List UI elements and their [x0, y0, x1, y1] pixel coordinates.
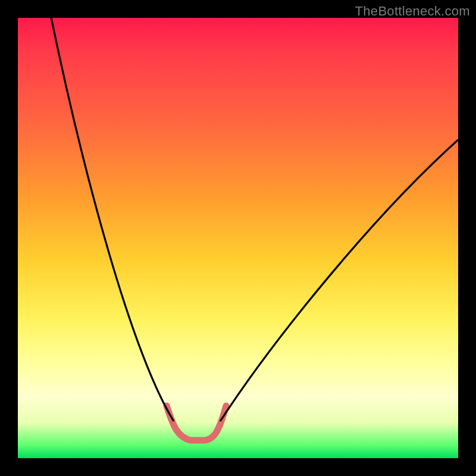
chart-svg	[18, 18, 458, 458]
valley-highlight-path	[167, 406, 226, 440]
watermark-text: TheBottleneck.com	[355, 4, 470, 19]
chart-frame: TheBottleneck.com	[0, 0, 476, 476]
right-curve-path	[220, 140, 458, 421]
left-curve-path	[51, 15, 174, 421]
